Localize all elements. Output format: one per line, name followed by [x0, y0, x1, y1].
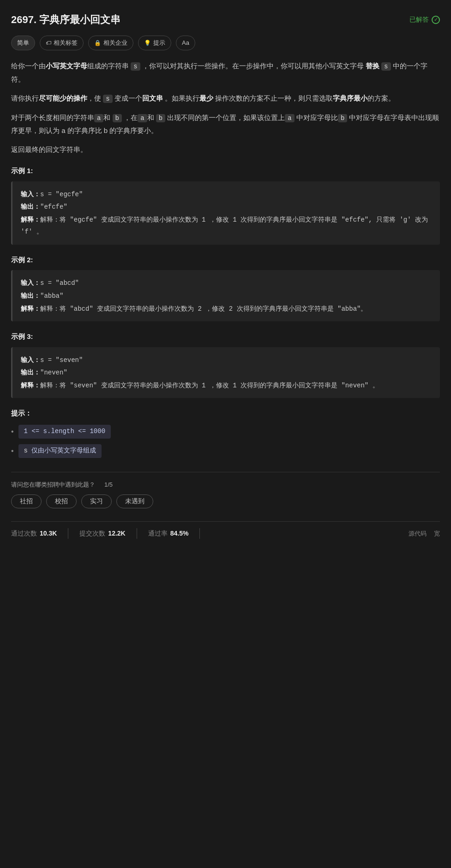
stat-submit-count-value: 12.2K: [108, 528, 125, 539]
survey-page: 1/5: [104, 480, 113, 490]
tag-font-size-label: Aa: [182, 38, 189, 48]
stat-submit-count-label: 提交次数: [79, 528, 105, 539]
hint-code-1: 1 <= s.length <= 1000: [18, 425, 111, 439]
hint-code-2: s 仅由小写英文字母组成: [18, 444, 102, 458]
inline-s3: s: [103, 95, 112, 103]
hint-s-inline: s: [24, 447, 28, 454]
example-1-title: 示例 1:: [11, 165, 440, 177]
return-desc: 返回最终的回文字符串。: [11, 143, 440, 156]
example-3-box: 输入：s = "seven" 输出："neven" 解释：解释：将 "seven…: [11, 347, 440, 398]
tag-related-tags[interactable]: 🏷 相关标签: [40, 36, 84, 50]
bold-palindrome: 回文串: [142, 94, 163, 102]
example-section-3: 示例 3: 输入：s = "seven" 输出："neven" 解释：解释：将 …: [11, 331, 440, 398]
example-1-box: 输入：s = "egcfe" 输出："efcfe" 解释：解释：将 "egcfe…: [11, 181, 440, 245]
example-3-title: 示例 3:: [11, 331, 440, 343]
hint-text-2: 仅由小写英文字母组成: [31, 447, 96, 454]
footer-survey: 请问您在哪类招聘中遇到此题？ 1/5 社招 校招 实习 未遇到: [11, 472, 440, 521]
survey-question: 请问您在哪类招聘中遇到此题？ 1/5: [11, 480, 440, 490]
hints-title: 提示：: [11, 407, 440, 419]
survey-btn-intern[interactable]: 实习: [81, 494, 112, 508]
tag-related-tags-label: 相关标签: [54, 38, 78, 48]
hints-section: 提示： • 1 <= s.length <= 1000 • s 仅由小写英文字母…: [11, 407, 440, 458]
stat-pass-rate: 通过率 84.5%: [148, 528, 200, 539]
solved-badge: 已解答 ✓: [409, 14, 440, 25]
tag-bar: 简单 🏷 相关标签 🔒 相关企业 💡 提示 Aa: [11, 36, 440, 50]
example-1-explanation-value: 解释：将 "egcfe" 变成回文字符串的最小操作次数为 1 ，修改 1 次得到…: [21, 216, 428, 236]
stat-submit-count: 提交次数 12.2K: [79, 528, 137, 539]
tag-icon: 🏷: [46, 38, 51, 48]
example-2-input-label: 输入：: [21, 279, 40, 286]
example-1-input-value: s = "egcfe": [40, 191, 83, 198]
footer-link-wide[interactable]: 宽: [434, 529, 440, 539]
stat-pass-count: 通过次数 10.3K: [11, 528, 68, 539]
example-2-title: 示例 2:: [11, 254, 440, 266]
example-1-input-label: 输入：: [21, 190, 40, 198]
example-2-output-value: "abba": [40, 292, 63, 300]
stats-footer: 通过次数 10.3K 提交次数 12.2K 通过率 84.5% 源代码 宽: [11, 521, 440, 546]
inline-b1: b: [113, 114, 122, 122]
example-section-2: 示例 2: 输入：s = "abcd" 输出："abba" 解释：解释：将 "a…: [11, 254, 440, 321]
problem-description: 给你一个由小写英文字母组成的字符串 s ，你可以对其执行一些操作。在一步操作中，…: [11, 60, 440, 156]
example-3-input-value: s = "seven": [40, 356, 83, 364]
example-3-explanation-label: 解释：: [21, 381, 40, 389]
survey-btn-social[interactable]: 社招: [11, 494, 42, 508]
example-3-explanation-value: 解释：将 "seven" 变成回文字符串的最小操作次数为 1 ，修改 1 次得到…: [40, 382, 379, 389]
tag-related-companies[interactable]: 🔒 相关企业: [88, 36, 133, 50]
hint-icon: 💡: [144, 38, 151, 48]
bullet-1: •: [11, 425, 14, 438]
footer-links: 源代码 宽: [409, 529, 440, 539]
lock-icon: 🔒: [94, 38, 101, 48]
bold-lowercase: 小写英文字母: [46, 62, 87, 70]
stat-pass-rate-value: 84.5%: [170, 528, 189, 539]
tag-hints-label: 提示: [153, 38, 165, 48]
example-section-1: 示例 1: 输入：s = "egcfe" 输出："efcfe" 解释：解释：将 …: [11, 165, 440, 245]
tag-difficulty-label: 简单: [17, 38, 29, 48]
survey-buttons: 社招 校招 实习 未遇到: [11, 494, 440, 508]
tag-difficulty[interactable]: 简单: [11, 36, 35, 50]
example-1-output-value: "efcfe": [40, 203, 67, 211]
problem-title: 2697. 字典序最小回文串: [11, 11, 120, 28]
hint-item-2: • s 仅由小写英文字母组成: [11, 444, 440, 458]
example-3-output-value: "neven": [40, 369, 67, 376]
tag-hints[interactable]: 💡 提示: [138, 36, 171, 50]
inline-a1: a: [94, 114, 103, 122]
bold-least: 最少: [199, 94, 213, 102]
footer-link-source[interactable]: 源代码: [409, 529, 427, 539]
example-2-output-label: 输出：: [21, 292, 40, 299]
bold-lex-min: 字典序最小: [333, 94, 367, 102]
stat-pass-count-label: 通过次数: [11, 528, 37, 539]
tag-font-size[interactable]: Aa: [176, 36, 195, 50]
hint-item-1: • 1 <= s.length <= 1000: [11, 425, 440, 439]
survey-btn-campus[interactable]: 校招: [46, 494, 77, 508]
example-1-output-label: 输出：: [21, 203, 40, 210]
example-1-explanation-label: 解释：: [21, 216, 40, 223]
stat-pass-rate-label: 通过率: [148, 528, 168, 539]
inline-b2: b: [156, 114, 165, 122]
bold-replace: 替换: [366, 62, 379, 70]
example-2-box: 输入：s = "abcd" 输出："abba" 解释：解释：将 "abcd" 变…: [11, 270, 440, 321]
stat-pass-count-value: 10.3K: [40, 528, 57, 539]
inline-s2: s: [381, 62, 391, 71]
tag-related-companies-label: 相关企业: [103, 38, 127, 48]
example-2-explanation-label: 解释：: [21, 305, 40, 312]
example-3-output-label: 输出：: [21, 368, 40, 376]
solved-icon: ✓: [432, 16, 440, 24]
survey-btn-none[interactable]: 未遇到: [116, 494, 153, 508]
bullet-2: •: [11, 445, 14, 457]
inline-b3: b: [338, 114, 347, 122]
inline-a3: a: [285, 114, 294, 122]
example-2-explanation-value: 解释：将 "abcd" 变成回文字符串的最小操作次数为 2 ，修改 2 次得到的…: [40, 305, 367, 313]
bold-min-ops: 尽可能少的操作: [39, 94, 87, 102]
example-2-input-value: s = "abcd": [40, 279, 79, 287]
example-3-input-label: 输入：: [21, 356, 40, 363]
inline-s1: s: [131, 62, 140, 71]
inline-a2: a: [138, 114, 147, 122]
